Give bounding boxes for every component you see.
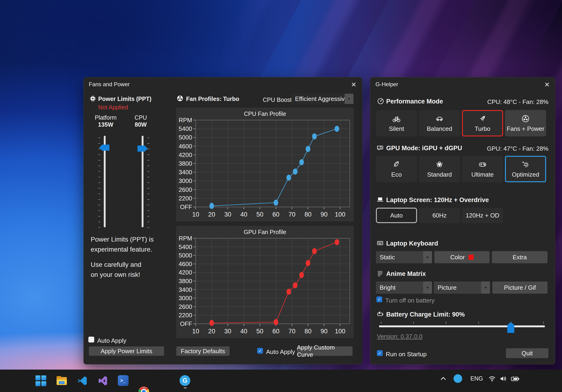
svg-text:RPM: RPM: [179, 117, 192, 123]
wifi-icon[interactable]: [488, 374, 497, 383]
battery-limit-header: Battery Charge Limit: 90%: [386, 311, 465, 318]
svg-text:OFF: OFF: [180, 320, 192, 327]
svg-text:20: 20: [208, 328, 215, 335]
rocket-icon: [478, 114, 487, 123]
curve-auto-apply-label: Auto Apply: [266, 348, 295, 356]
performance-mode-header: Performance Mode: [386, 98, 443, 105]
svg-text:4600: 4600: [179, 260, 192, 268]
chevron-down-icon[interactable]: ▼: [423, 281, 432, 294]
matrix-picture-gif-button[interactable]: Picture / Gif: [492, 281, 548, 294]
matrix-brightness-dropdown[interactable]: Bright ▼: [376, 281, 432, 294]
tile-screen-60hz[interactable]: 60Hz: [419, 208, 460, 223]
gpu-card-icon: [376, 144, 384, 152]
svg-text:20: 20: [208, 211, 215, 218]
window-title: G-Helper: [375, 81, 398, 88]
battery-slider-track[interactable]: [379, 325, 545, 327]
svg-text:70: 70: [289, 211, 295, 218]
tile-screen-auto[interactable]: Auto: [376, 208, 417, 223]
svg-text:40: 40: [240, 328, 247, 335]
cpu-slider-thumb[interactable]: [138, 146, 148, 152]
svg-text:3800: 3800: [179, 278, 192, 285]
svg-text:3000: 3000: [179, 295, 192, 302]
svg-text:80: 80: [304, 211, 311, 218]
svg-text:2200: 2200: [179, 312, 192, 319]
cpu-boost-dropdown[interactable]: Efficient Aggressive ▼: [291, 94, 353, 104]
tile-standard[interactable]: Standard: [419, 156, 460, 182]
svg-text:50: 50: [257, 211, 263, 218]
tile-turbo[interactable]: Turbo: [462, 110, 503, 136]
gauge-icon: [377, 97, 384, 105]
svg-text:80: 80: [304, 328, 311, 335]
battery-charging-icon[interactable]: [511, 374, 520, 384]
bicycle-icon: [392, 114, 401, 123]
tray-chevron-up-icon[interactable]: [439, 374, 448, 383]
svg-text:5000: 5000: [179, 134, 192, 141]
power-limits-warning: Power Limits (PPT) is experimental featu…: [91, 234, 170, 280]
terminal-icon[interactable]: >_: [118, 375, 129, 386]
fans-and-power-window: Fans and Power ✕ Power Limits (PPT) Not …: [83, 77, 362, 364]
window-title: Fans and Power: [89, 81, 130, 88]
taskbar: >_ G ENG 2:00 PM 3/23/2023: [0, 370, 562, 392]
tile-balanced[interactable]: Balanced: [419, 110, 460, 136]
svg-text:3400: 3400: [179, 169, 192, 176]
cpu-temp-status: CPU: 48°C - Fan: 28%: [487, 98, 549, 106]
keyboard-extra-button[interactable]: Extra: [492, 251, 548, 263]
fan-circle-icon: [521, 114, 530, 123]
svg-text:CPU Fan Profile: CPU Fan Profile: [244, 111, 286, 117]
battery-slider-ticks: [381, 322, 544, 324]
svg-text:90: 90: [320, 328, 328, 335]
tray-g-helper-icon[interactable]: [454, 374, 462, 383]
tile-optimized[interactable]: Optimized: [505, 156, 546, 182]
g-helper-taskbar-icon[interactable]: G: [179, 375, 191, 386]
tile-fans-power[interactable]: Fans + Power: [505, 110, 546, 136]
platform-slider-label: Platform: [94, 114, 117, 121]
cpu-fan-curve-chart[interactable]: OFF220026003000340038004200460050005400R…: [176, 107, 354, 222]
laptop-icon: [376, 196, 384, 203]
cpu-slider-value: 80W: [133, 121, 148, 128]
visual-studio-icon[interactable]: [97, 375, 108, 386]
keyboard-mode-dropdown[interactable]: Static ▼: [376, 251, 432, 263]
curve-auto-apply-checkbox[interactable]: ✓: [257, 348, 263, 354]
svg-text:10: 10: [192, 328, 199, 335]
tile-eco[interactable]: Eco: [376, 156, 417, 182]
run-on-startup-checkbox[interactable]: ✓: [377, 350, 383, 356]
chip-icon: [89, 95, 96, 102]
flower-icon: [435, 160, 444, 169]
start-button[interactable]: [35, 375, 47, 386]
tile-silent[interactable]: Silent: [376, 110, 417, 136]
svg-text:2200: 2200: [179, 195, 192, 202]
chevron-down-icon[interactable]: ▼: [423, 251, 432, 263]
tray-language[interactable]: ENG: [470, 375, 483, 382]
svg-text:3800: 3800: [179, 160, 192, 167]
svg-text:RPM: RPM: [179, 235, 192, 242]
tile-ultimate[interactable]: Ultimate: [462, 156, 503, 182]
tile-screen-120hz-od[interactable]: 120Hz + OD: [462, 208, 503, 223]
vscode-icon[interactable]: [77, 375, 88, 386]
file-explorer-icon[interactable]: [56, 375, 67, 386]
svg-text:50: 50: [257, 328, 263, 335]
svg-text:3000: 3000: [179, 177, 192, 184]
version-link[interactable]: Version: 0.37.0.0: [377, 333, 422, 340]
quit-button[interactable]: Quit: [506, 348, 549, 358]
svg-text:5000: 5000: [179, 252, 192, 259]
svg-text:30: 30: [224, 328, 231, 335]
close-icon[interactable]: ✕: [542, 80, 552, 89]
factory-defaults-button[interactable]: Factory Defaults: [176, 347, 230, 356]
matrix-battery-checkbox[interactable]: ✓: [376, 296, 382, 302]
chevron-down-icon[interactable]: ▼: [481, 281, 490, 294]
speaker-icon[interactable]: [499, 374, 508, 383]
apply-power-limits-button[interactable]: Apply Power Limits: [89, 347, 164, 356]
matrix-mode-dropdown[interactable]: Picture ▼: [434, 281, 490, 294]
battery-bolt-icon: [376, 311, 384, 318]
close-icon[interactable]: ✕: [349, 80, 359, 89]
g-helper-window: G-Helper ✕ Performance Mode CPU: 48°C - …: [370, 77, 555, 364]
apply-custom-curve-button[interactable]: Apply Custom Curve: [297, 347, 352, 356]
auto-gear-icon: [521, 160, 530, 169]
platform-slider-thumb[interactable]: [99, 145, 109, 151]
power-auto-apply-checkbox[interactable]: [88, 337, 94, 342]
svg-text:60: 60: [272, 328, 279, 335]
chevron-down-icon[interactable]: ▼: [345, 94, 353, 104]
matrix-icon: [376, 270, 384, 277]
gpu-fan-curve-chart[interactable]: OFF220026003000340038004200460050005400R…: [176, 225, 354, 338]
keyboard-color-button[interactable]: Color: [434, 251, 490, 263]
